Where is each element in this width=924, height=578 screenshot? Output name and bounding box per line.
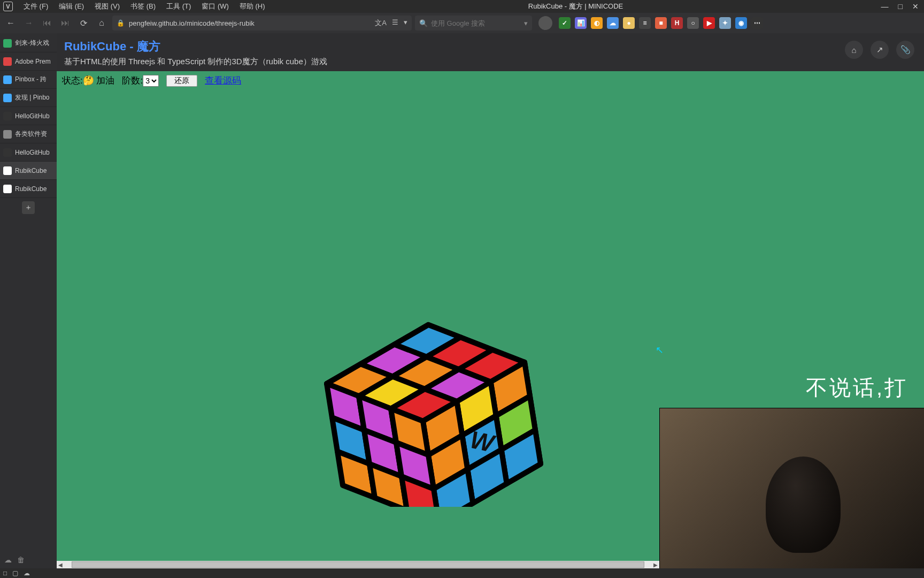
trash-icon[interactable]: 🗑: [17, 556, 25, 564]
status-text: 加油: [96, 75, 114, 86]
order-select[interactable]: 23456: [143, 75, 159, 87]
tab-item[interactable]: RubikCube: [0, 162, 57, 180]
tab-label: 各类软件资: [15, 130, 47, 139]
header-home-icon[interactable]: ⌂: [845, 41, 863, 59]
window-close-icon[interactable]: ✕: [912, 2, 919, 11]
new-tab-button[interactable]: ＋: [22, 201, 35, 214]
tab-label: RubikCube: [15, 185, 47, 193]
extension-icon-4[interactable]: ●: [623, 17, 635, 29]
cursor-icon: ↖: [656, 344, 664, 356]
menu-file[interactable]: 文件 (F): [18, 2, 53, 11]
scroll-thumb[interactable]: [72, 561, 644, 568]
tab-item[interactable]: Pinbox - 跨: [0, 71, 57, 89]
search-dropdown-icon[interactable]: ▾: [524, 19, 528, 27]
search-input[interactable]: [431, 19, 521, 27]
page-title: RubikCube - 魔方: [64, 39, 917, 55]
tab-favicon-icon: [3, 75, 12, 84]
extension-icon-8[interactable]: ○: [687, 17, 699, 29]
extension-icon-9[interactable]: ▶: [703, 17, 715, 29]
menu-view[interactable]: 视图 (V): [89, 2, 125, 11]
tab-item[interactable]: Adobe Prem: [0, 52, 57, 71]
tab-item[interactable]: HelloGitHub: [0, 143, 57, 162]
game-controls: 状态:🤔 加油 阶数:23456 还原 查看源码: [57, 71, 924, 90]
extension-icon-0[interactable]: ✓: [559, 17, 571, 29]
tab-favicon-icon: [3, 57, 12, 66]
extension-icon-1[interactable]: 📊: [575, 17, 587, 29]
tab-item[interactable]: HelloGitHub: [0, 107, 57, 125]
nav-forward-icon[interactable]: →: [21, 16, 36, 31]
tab-label: 发现 | Pinbo: [15, 93, 49, 102]
tab-label: HelloGitHub: [15, 112, 50, 120]
tab-item[interactable]: 发现 | Pinbo: [0, 89, 57, 107]
extension-icon-3[interactable]: ☁: [607, 17, 619, 29]
extensions-row: ✓📊◐☁●≡■H○▶✦◉⋯: [559, 17, 763, 29]
header-open-icon[interactable]: ↗: [871, 41, 889, 59]
address-url: pengfeiw.github.io/minicode/threejs-rubi…: [129, 19, 371, 27]
cube-svg: W: [268, 164, 610, 507]
menu-bookmarks[interactable]: 书签 (B): [125, 2, 161, 11]
browser-toolbar: ← → ⏮ ⏭ ⟳ ⌂ 🔒 pengfeiw.github.io/minicod…: [0, 13, 924, 33]
nav-home-icon[interactable]: ⌂: [94, 16, 109, 31]
tab-item[interactable]: 剑来-烽火戏: [0, 34, 57, 52]
tab-label: Adobe Prem: [15, 58, 51, 65]
tab-favicon-icon: [3, 130, 12, 139]
tab-label: RubikCube: [15, 167, 47, 174]
extension-icon-7[interactable]: H: [671, 17, 683, 29]
webcam-overlay: [659, 408, 924, 568]
scroll-left-icon[interactable]: ◀: [57, 562, 64, 568]
address-bar[interactable]: 🔒 pengfeiw.github.io/minicode/threejs-ru…: [112, 16, 412, 31]
extension-icon-12[interactable]: ⋯: [751, 17, 763, 29]
status-panel-icon[interactable]: □: [3, 569, 7, 577]
reader-icon[interactable]: ☰: [392, 18, 398, 28]
extension-icon-10[interactable]: ✦: [719, 17, 731, 29]
status-sync-icon[interactable]: ☁: [24, 569, 30, 577]
page-subtitle: 基于HTML的使用 Threejs 和 TypeScript 制作的3D魔方（r…: [64, 57, 917, 67]
reset-button[interactable]: 还原: [166, 75, 197, 87]
tab-item[interactable]: 各类软件资: [0, 125, 57, 143]
profile-avatar[interactable]: [538, 16, 552, 30]
order-label: 阶数:: [122, 75, 143, 86]
status-panel2-icon[interactable]: ▢: [12, 569, 18, 577]
menu-help[interactable]: 帮助 (H): [234, 2, 271, 11]
tab-item[interactable]: RubikCube: [0, 180, 57, 198]
horizontal-scrollbar[interactable]: ◀ ▶: [57, 561, 659, 568]
nav-rewind-icon[interactable]: ⏮: [40, 16, 55, 31]
cloud-sync-icon[interactable]: ☁: [4, 556, 12, 564]
game-canvas-area[interactable]: 状态:🤔 加油 阶数:23456 还原 查看源码 W ↖ 不说话,打 ◀ ▶: [57, 71, 924, 568]
menu-tools[interactable]: 工具 (T): [161, 2, 196, 11]
search-bar[interactable]: 🔍 ▾: [415, 16, 532, 31]
window-minimize-icon[interactable]: —: [881, 2, 889, 11]
extension-icon-5[interactable]: ≡: [639, 17, 651, 29]
tab-label: 剑来-烽火戏: [15, 39, 49, 48]
page-header: RubikCube - 魔方 基于HTML的使用 Threejs 和 TypeS…: [57, 33, 924, 71]
page-content: RubikCube - 魔方 基于HTML的使用 Threejs 和 TypeS…: [57, 33, 924, 568]
tab-favicon-icon: [3, 112, 12, 120]
tab-favicon-icon: [3, 185, 12, 193]
translate-icon[interactable]: 文A: [375, 18, 387, 28]
overlay-caption: 不说话,打: [806, 373, 908, 402]
tab-favicon-icon: [3, 94, 12, 102]
menu-edit[interactable]: 编辑 (E): [53, 2, 89, 11]
rubik-cube[interactable]: W: [268, 164, 610, 509]
tab-sidebar: 剑来-烽火戏Adobe PremPinbox - 跨发现 | PinboHell…: [0, 33, 57, 568]
nav-reload-icon[interactable]: ⟳: [76, 16, 91, 31]
extension-icon-6[interactable]: ■: [655, 17, 667, 29]
tab-favicon-icon: [3, 39, 12, 48]
header-attach-icon[interactable]: 📎: [896, 41, 914, 59]
nav-back-icon[interactable]: ←: [3, 16, 18, 31]
extension-icon-11[interactable]: ◉: [735, 17, 747, 29]
status-bar: □ ▢ ☁: [0, 568, 924, 578]
app-logo-icon[interactable]: V: [3, 2, 13, 11]
window-title: RubikCube - 魔方 | MINICODE: [528, 2, 623, 11]
tab-favicon-icon: [3, 148, 12, 157]
tab-favicon-icon: [3, 166, 12, 175]
extension-icon-2[interactable]: ◐: [591, 17, 603, 29]
view-source-link[interactable]: 查看源码: [205, 74, 241, 87]
status-label: 状态:: [62, 75, 83, 86]
tab-label: HelloGitHub: [15, 149, 50, 156]
nav-ff-icon[interactable]: ⏭: [58, 16, 73, 31]
bookmark-dropdown-icon[interactable]: ▾: [404, 18, 407, 28]
window-maximize-icon[interactable]: □: [898, 2, 903, 11]
scroll-right-icon[interactable]: ▶: [652, 562, 659, 568]
menu-window[interactable]: 窗口 (W): [196, 2, 234, 11]
